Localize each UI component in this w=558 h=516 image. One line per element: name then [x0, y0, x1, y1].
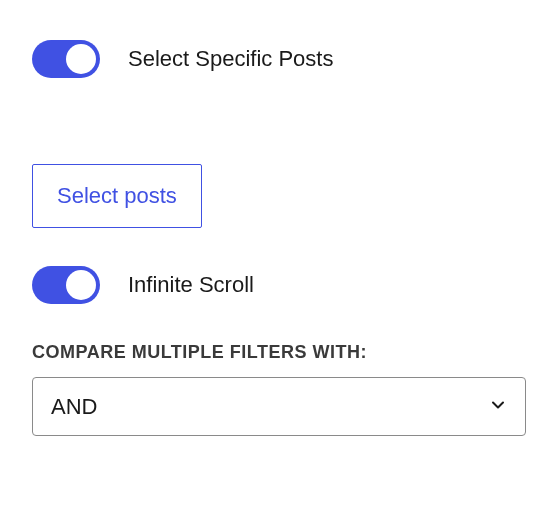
infinite-scroll-toggle[interactable] [32, 266, 100, 304]
toggle-knob [66, 44, 96, 74]
compare-filters-select[interactable]: AND [32, 377, 526, 436]
select-posts-button[interactable]: Select posts [32, 164, 202, 228]
compare-filters-select-wrap: AND [32, 377, 526, 436]
infinite-scroll-row: Infinite Scroll [32, 266, 526, 304]
toggle-knob [66, 270, 96, 300]
select-specific-posts-row: Select Specific Posts [32, 40, 526, 78]
select-specific-posts-label: Select Specific Posts [128, 46, 333, 72]
infinite-scroll-label: Infinite Scroll [128, 272, 254, 298]
select-specific-posts-toggle[interactable] [32, 40, 100, 78]
compare-filters-label: Compare Multiple Filters With: [32, 342, 526, 363]
